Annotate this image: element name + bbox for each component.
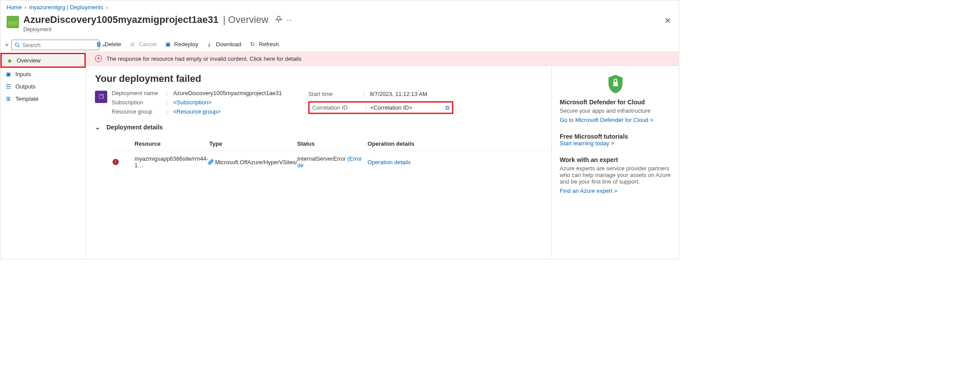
search-input-field[interactable]: [22, 42, 96, 48]
type-cell: Microsoft.OffAzure/HyperVSites/: [209, 159, 297, 166]
table-header: Resource: [135, 140, 209, 147]
tutorials-heading: Free Microsoft tutorials: [560, 133, 671, 140]
clear-icon[interactable]: ✕: [5, 42, 9, 48]
sidebar-item-template[interactable]: 🗎 Template: [0, 92, 86, 105]
breadcrumb: Home › myazuremigrg | Deployments ›: [0, 0, 679, 12]
kv-key: Start time: [308, 91, 361, 97]
refresh-icon: ↻: [249, 40, 256, 48]
chevron-right-icon: ›: [106, 4, 108, 11]
chevron-right-icon: ›: [25, 4, 26, 11]
breadcrumb-rg[interactable]: myazuremigrg | Deployments: [29, 4, 103, 11]
copy-icon[interactable]: ⧉: [445, 104, 449, 111]
outputs-icon: ☰: [5, 83, 12, 90]
redeploy-button[interactable]: ▣ Redeploy: [164, 40, 198, 48]
right-pane: Microsoft Defender for Cloud Secure your…: [551, 66, 679, 258]
breadcrumb-home[interactable]: Home: [7, 4, 22, 11]
refresh-button[interactable]: ↻ Refresh: [249, 40, 279, 48]
sidebar-item-label: Inputs: [15, 71, 31, 77]
table-header: Type: [209, 140, 297, 147]
kv-value: AzureDiscovery1005myazmigproject1ae31: [173, 90, 282, 96]
tutorials-link[interactable]: Start learning today >: [560, 140, 614, 147]
kv-key: Correlation ID: [312, 104, 365, 111]
correlation-id-value: <Correlation ID>: [370, 104, 449, 111]
defender-link[interactable]: Go to Microsoft Defender for Cloud >: [560, 117, 653, 123]
sidebar-item-overview[interactable]: ◆ Overview: [0, 53, 86, 68]
defender-text: Secure your apps and infrastructure: [560, 107, 671, 114]
kv-key: Resource group: [112, 108, 164, 115]
toolbar: 🗑 Delete ⊘ Cancel ▣ Redeploy ⭳ Download …: [86, 37, 679, 52]
page-header: AzureDiscovery1005myazmigproject1ae31 | …: [0, 12, 679, 37]
table-row: ! myazmigsapp6386site/rrn44-1… Microsoft…: [113, 151, 551, 173]
defender-heading: Microsoft Defender for Cloud: [560, 99, 671, 106]
download-icon: ⭳: [206, 40, 213, 48]
deployment-icon: [7, 16, 19, 28]
delete-button[interactable]: 🗑 Delete: [95, 40, 121, 48]
resource-cell: myazmigsapp6386site/rrn44-1…: [135, 155, 209, 169]
page-subtitle: Deployment: [23, 26, 292, 33]
error-dot-icon: !: [113, 159, 119, 165]
error-banner-text: The response for resource had empty or i…: [106, 55, 302, 62]
sidebar: ✕ « ◆ Overview ▣ Inputs ☰ Outputs: [0, 37, 86, 258]
expert-text: Azure experts are service provider partn…: [560, 165, 671, 185]
kv-key: Deployment name: [112, 90, 164, 96]
sidebar-item-label: Overview: [17, 57, 40, 64]
close-icon[interactable]: ✕: [664, 16, 671, 26]
inputs-icon: ▣: [5, 70, 12, 77]
download-button[interactable]: ⭳ Download: [206, 40, 241, 48]
kv-key: Subscription: [112, 99, 164, 106]
deployment-cube-icon: ❒: [95, 91, 107, 103]
deployment-details-toggle[interactable]: ⌄ Deployment details: [95, 124, 543, 131]
overview-icon: ◆: [6, 57, 13, 64]
error-icon: ✕: [95, 55, 102, 62]
subscription-link[interactable]: <Subscription>: [173, 99, 282, 106]
sidebar-item-label: Outputs: [15, 83, 36, 90]
redeploy-icon: ▣: [164, 40, 171, 48]
page-title: AzureDiscovery1005myazmigproject1ae31: [23, 14, 219, 26]
operation-details-link[interactable]: Operation details: [368, 159, 438, 166]
svg-rect-1: [613, 82, 618, 86]
page-title-suffix: | Overview: [220, 14, 269, 26]
sidebar-item-inputs[interactable]: ▣ Inputs: [0, 68, 86, 80]
pin-icon[interactable]: [275, 16, 283, 24]
expert-link[interactable]: Find an Azure expert >: [560, 188, 617, 194]
search-icon: [15, 42, 20, 48]
table-header: Status: [297, 140, 368, 147]
resource-group-link[interactable]: <Resource group>: [173, 108, 282, 115]
table-header: Operation details: [368, 140, 438, 147]
sidebar-item-label: Template: [15, 96, 39, 102]
kv-value: 8/7/2023, 11:12:13 AM: [370, 91, 453, 97]
more-icon[interactable]: ⋯: [286, 17, 292, 23]
expert-heading: Work with an expert: [560, 156, 671, 163]
template-icon: 🗎: [5, 95, 12, 102]
trash-icon: 🗑: [95, 40, 102, 48]
svg-point-0: [15, 43, 19, 47]
cancel-button: ⊘ Cancel: [129, 40, 157, 48]
status-heading: Your deployment failed: [95, 73, 543, 85]
sidebar-item-outputs[interactable]: ☰ Outputs: [0, 80, 86, 92]
status-cell: InternalServerError (Error de: [297, 155, 368, 169]
cancel-icon: ⊘: [129, 40, 136, 48]
error-banner[interactable]: ✕ The response for resource had empty or…: [86, 52, 679, 66]
shield-icon: [607, 74, 624, 94]
chevron-down-icon: ⌄: [95, 124, 100, 131]
